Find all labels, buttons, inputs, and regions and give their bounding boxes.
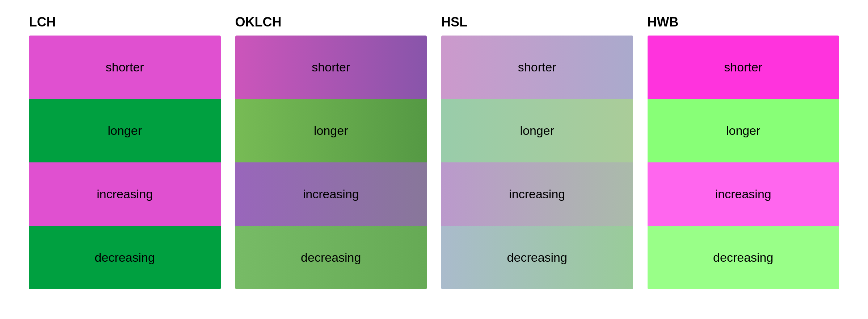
group-oklch: OKLCHshorterlongerincreasingdecreasing	[228, 14, 434, 289]
swatch-hsl-decreasing: decreasing	[441, 226, 633, 289]
swatch-label-lch-increasing: increasing	[97, 187, 153, 201]
card-hwb: shorterlongerincreasingdecreasing	[648, 36, 839, 289]
swatch-label-hsl-shorter: shorter	[518, 60, 556, 74]
swatch-lch-decreasing: decreasing	[29, 226, 221, 289]
swatch-oklch-decreasing: decreasing	[235, 226, 427, 289]
swatch-label-oklch-shorter: shorter	[312, 60, 350, 74]
card-lch: shorterlongerincreasingdecreasing	[29, 36, 221, 289]
title-hwb: HWB	[648, 14, 839, 30]
group-hsl: HSLshorterlongerincreasingdecreasing	[434, 14, 640, 289]
title-oklch: OKLCH	[235, 14, 427, 30]
swatch-label-lch-shorter: shorter	[106, 60, 144, 74]
swatch-label-oklch-decreasing: decreasing	[301, 250, 361, 265]
swatch-oklch-increasing: increasing	[235, 162, 427, 226]
group-lch: LCHshorterlongerincreasingdecreasing	[22, 14, 228, 289]
card-oklch: shorterlongerincreasingdecreasing	[235, 36, 427, 289]
swatch-hwb-decreasing: decreasing	[648, 226, 839, 289]
swatch-hsl-longer: longer	[441, 99, 633, 162]
swatch-label-hwb-decreasing: decreasing	[713, 250, 773, 265]
title-hsl: HSL	[441, 14, 633, 30]
swatch-oklch-shorter: shorter	[235, 36, 427, 99]
swatch-label-lch-decreasing: decreasing	[95, 250, 155, 265]
swatch-lch-shorter: shorter	[29, 36, 221, 99]
group-hwb: HWBshorterlongerincreasingdecreasing	[640, 14, 847, 289]
swatch-label-hwb-longer: longer	[726, 124, 760, 138]
swatch-hsl-increasing: increasing	[441, 162, 633, 226]
swatch-label-hwb-increasing: increasing	[715, 187, 771, 201]
swatch-hwb-increasing: increasing	[648, 162, 839, 226]
swatch-lch-increasing: increasing	[29, 162, 221, 226]
swatch-hwb-longer: longer	[648, 99, 839, 162]
swatch-label-oklch-longer: longer	[314, 124, 348, 138]
swatch-label-hwb-shorter: shorter	[724, 60, 762, 74]
swatch-label-hsl-longer: longer	[520, 124, 554, 138]
swatch-lch-longer: longer	[29, 99, 221, 162]
swatch-label-lch-longer: longer	[108, 124, 142, 138]
card-hsl: shorterlongerincreasingdecreasing	[441, 36, 633, 289]
swatch-oklch-longer: longer	[235, 99, 427, 162]
swatch-label-oklch-increasing: increasing	[303, 187, 359, 201]
swatch-hsl-shorter: shorter	[441, 36, 633, 99]
title-lch: LCH	[29, 14, 221, 30]
swatch-hwb-shorter: shorter	[648, 36, 839, 99]
page-container: LCHshorterlongerincreasingdecreasingOKLC…	[22, 14, 846, 289]
swatch-label-hsl-increasing: increasing	[509, 187, 565, 201]
swatch-label-hsl-decreasing: decreasing	[507, 250, 567, 265]
